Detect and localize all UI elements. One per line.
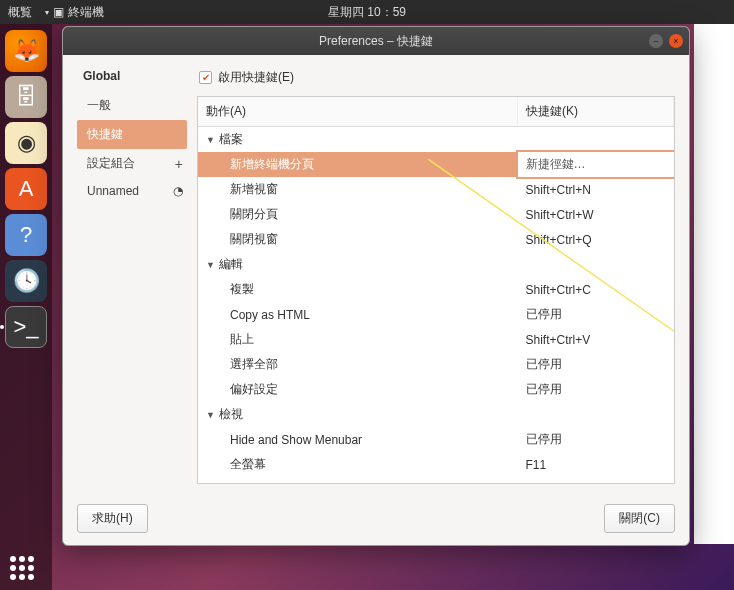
software-icon[interactable]: A [5, 168, 47, 210]
shortcut-cell[interactable]: 新捷徑鍵… [518, 152, 674, 177]
titlebar[interactable]: Preferences – 快捷鍵 – × [63, 27, 689, 55]
action-cell: 貼上 [198, 327, 518, 352]
shortcut-row[interactable]: Hide and Show Menubar已停用 [198, 427, 674, 452]
activities-button[interactable]: 概覧 [8, 4, 32, 21]
action-cell: Copy as HTML [198, 302, 518, 327]
terminal-small-icon: ▣ [53, 5, 64, 19]
profile-default-icon: ◔ [173, 184, 183, 198]
shortcut-cell[interactable]: Shift+Ctrl+W [518, 202, 674, 227]
group-row[interactable]: 檢視 [198, 402, 674, 427]
sidebar-item-shortcuts[interactable]: 快捷鍵 [77, 120, 187, 149]
background-mask [694, 24, 734, 544]
sidebar: Global 一般 快捷鍵 設定組合 + Unnamed ◔ [77, 65, 187, 484]
shortcut-cell[interactable]: 已停用 [518, 377, 674, 402]
shortcuts-table[interactable]: 動作(A) 快捷鍵(K) 檔案新增終端機分頁新捷徑鍵…新增視窗Shift+Ctr… [197, 96, 675, 484]
action-cell: 關閉視窗 [198, 227, 518, 252]
shortcut-row[interactable]: 關閉分頁Shift+Ctrl+W [198, 202, 674, 227]
shortcut-row[interactable]: 關閉視窗Shift+Ctrl+Q [198, 227, 674, 252]
shortcut-row[interactable]: Copy as HTML已停用 [198, 302, 674, 327]
shortcut-row[interactable]: 貼上Shift+Ctrl+V [198, 327, 674, 352]
action-cell: 偏好設定 [198, 377, 518, 402]
files-icon[interactable]: 🗄 [5, 76, 47, 118]
shortcut-cell[interactable]: Shift+Ctrl+Q [518, 227, 674, 252]
shortcut-row[interactable]: 偏好設定已停用 [198, 377, 674, 402]
minimize-button[interactable]: – [649, 34, 663, 48]
help-icon[interactable]: ? [5, 214, 47, 256]
action-cell: 關閉分頁 [198, 202, 518, 227]
enable-shortcuts-label: 啟用快捷鍵(E) [218, 69, 294, 86]
enable-shortcuts-checkbox[interactable]: ✔ [199, 71, 212, 84]
shortcut-cell[interactable]: 已停用 [518, 352, 674, 377]
preferences-window: Preferences – 快捷鍵 – × Global 一般 快捷鍵 設定組合… [62, 26, 690, 546]
show-apps-icon[interactable] [10, 556, 34, 580]
shortcut-cell[interactable]: Ctrl++ [518, 477, 674, 484]
main-panel: ✔ 啟用快捷鍵(E) 動作(A) 快捷鍵(K) 檔案新增終端機分頁新捷徑鍵…新增… [197, 65, 675, 484]
group-row[interactable]: 編輯 [198, 252, 674, 277]
shortcut-cell[interactable]: 已停用 [518, 427, 674, 452]
clocks-icon[interactable]: 🕓 [5, 260, 47, 302]
shortcut-row[interactable]: 新增視窗Shift+Ctrl+N [198, 177, 674, 202]
top-panel: 概覧 ▣ 終端機 星期四 10：59 [0, 0, 734, 24]
close-dialog-button[interactable]: 關閉(C) [604, 504, 675, 533]
action-cell: 新增視窗 [198, 177, 518, 202]
shortcut-row[interactable]: 選擇全部已停用 [198, 352, 674, 377]
terminal-icon[interactable]: >_ [5, 306, 47, 348]
shortcut-row[interactable]: 拉近Ctrl++ [198, 477, 674, 484]
action-cell: 全螢幕 [198, 452, 518, 477]
add-profile-button[interactable]: + [175, 156, 183, 172]
shortcut-row[interactable]: 新增終端機分頁新捷徑鍵… [198, 152, 674, 177]
col-shortcut[interactable]: 快捷鍵(K) [518, 97, 674, 127]
shortcut-row[interactable]: 複製Shift+Ctrl+C [198, 277, 674, 302]
app-menu[interactable]: ▣ 終端機 [42, 4, 104, 21]
shortcut-cell[interactable]: Shift+Ctrl+C [518, 277, 674, 302]
group-row[interactable]: 檔案 [198, 127, 674, 153]
close-button[interactable]: × [669, 34, 683, 48]
help-button[interactable]: 求助(H) [77, 504, 148, 533]
window-title: Preferences – 快捷鍵 [319, 33, 433, 50]
shortcut-cell[interactable]: Shift+Ctrl+N [518, 177, 674, 202]
dock: 🦊 🗄 ◉ A ? 🕓 >_ [0, 24, 52, 590]
shortcut-row[interactable]: 全螢幕F11 [198, 452, 674, 477]
col-action[interactable]: 動作(A) [198, 97, 518, 127]
shortcut-cell[interactable]: Shift+Ctrl+V [518, 327, 674, 352]
action-cell: Hide and Show Menubar [198, 427, 518, 452]
action-cell: 複製 [198, 277, 518, 302]
action-cell: 拉近 [198, 477, 518, 484]
firefox-icon[interactable]: 🦊 [5, 30, 47, 72]
shortcut-cell[interactable]: 已停用 [518, 302, 674, 327]
action-cell: 選擇全部 [198, 352, 518, 377]
sidebar-item-unnamed[interactable]: Unnamed ◔ [77, 178, 187, 204]
sidebar-section-global: Global [77, 65, 187, 91]
sidebar-section-profiles: 設定組合 + [77, 149, 187, 178]
shortcut-cell[interactable]: F11 [518, 452, 674, 477]
clock-label[interactable]: 星期四 10：59 [328, 4, 406, 21]
rhythmbox-icon[interactable]: ◉ [5, 122, 47, 164]
action-cell: 新增終端機分頁 [198, 152, 518, 177]
sidebar-item-general[interactable]: 一般 [77, 91, 187, 120]
